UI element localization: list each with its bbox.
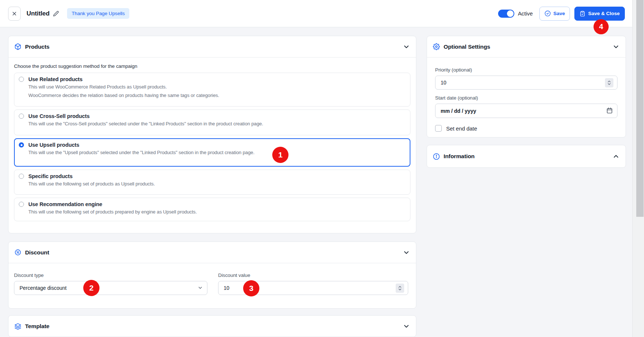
discount-value-label: Discount value	[218, 272, 408, 278]
option-use-cross-sell-products[interactable]: Use Cross-Sell products This will use th…	[14, 110, 410, 135]
information-header[interactable]: Information	[427, 145, 626, 167]
template-section: Template	[8, 315, 416, 337]
calendar-icon[interactable]	[606, 107, 613, 114]
save-and-close-label: Save & Close	[588, 11, 620, 16]
edit-title-icon[interactable]	[53, 11, 59, 17]
optional-settings-title: Optional Settings	[444, 44, 609, 50]
set-end-date-label: Set end date	[446, 125, 477, 132]
package-icon	[14, 43, 21, 50]
discount-type-select[interactable]: Percentage discount	[14, 281, 207, 295]
template-section-header[interactable]: Template	[8, 316, 416, 337]
discount-type-label: Discount type	[14, 272, 207, 278]
radio-unselected[interactable]	[19, 202, 24, 207]
optional-settings-section: Optional Settings Priority (optional) St…	[427, 36, 626, 138]
option-description: This will use the following set of produ…	[28, 208, 405, 216]
option-label: Specific products	[28, 173, 73, 179]
vertical-scrollbar-thumb[interactable]	[636, 0, 644, 217]
save-button[interactable]: Save	[539, 7, 570, 21]
vertical-scrollbar-track[interactable]	[632, 0, 644, 337]
save-and-close-button[interactable]: Save & Close	[574, 7, 625, 21]
close-button[interactable]	[8, 7, 21, 21]
option-description: This will use WooCommerce Related Produc…	[28, 83, 405, 91]
info-icon	[433, 153, 440, 160]
layers-icon	[14, 323, 21, 330]
priority-input[interactable]	[435, 76, 617, 90]
option-description: WooCommerce decides the relation based o…	[28, 92, 405, 99]
discount-badge-icon	[14, 249, 21, 256]
option-use-upsell-products[interactable]: Use Upsell products This will use the "U…	[14, 138, 410, 167]
option-specific-products[interactable]: Specific products This will use the foll…	[14, 170, 410, 195]
product-method-prompt: Choose the product suggestion method for…	[14, 63, 410, 69]
products-section-header[interactable]: Products	[8, 36, 416, 58]
priority-label: Priority (optional)	[435, 67, 617, 73]
number-stepper[interactable]	[605, 78, 613, 87]
radio-selected[interactable]	[19, 142, 24, 147]
start-date-label: Start date (optional)	[435, 95, 617, 101]
annotation-badge-4: 4	[594, 19, 609, 34]
chevron-up-icon[interactable]	[612, 153, 620, 160]
products-section: Products Choose the product suggestion m…	[8, 36, 416, 233]
chevron-down-icon[interactable]	[403, 43, 410, 51]
optional-settings-header[interactable]: Optional Settings	[427, 36, 626, 58]
number-stepper[interactable]	[396, 284, 404, 293]
products-section-title: Products	[25, 44, 399, 50]
discount-section-header[interactable]: Discount	[8, 242, 416, 263]
option-description: This will use the "Cross-Sell products" …	[28, 120, 405, 128]
option-label: Use Recommendation engine	[28, 201, 102, 207]
clipboard-check-icon	[580, 11, 585, 17]
set-end-date-checkbox[interactable]	[435, 125, 442, 132]
annotation-badge-3: 3	[243, 280, 259, 296]
close-icon	[11, 11, 17, 17]
information-section: Information	[427, 145, 626, 168]
campaign-type-badge: Thank you Page Upsells	[67, 8, 129, 19]
option-label: Use Related products	[28, 76, 83, 82]
option-label: Use Cross-Sell products	[28, 113, 90, 119]
option-description: This will use the following set of produ…	[28, 180, 405, 188]
template-section-title: Template	[25, 323, 399, 330]
save-button-label: Save	[553, 11, 565, 16]
discount-section: Discount Discount type Percentage discou…	[8, 242, 416, 309]
chevron-down-icon[interactable]	[612, 43, 620, 51]
discount-section-title: Discount	[25, 249, 399, 256]
information-title: Information	[444, 153, 609, 160]
radio-unselected[interactable]	[19, 114, 24, 119]
check-circle-icon	[545, 10, 551, 17]
gear-icon	[433, 43, 440, 50]
option-description: This will use the "Upsell products" sele…	[28, 149, 405, 156]
radio-unselected[interactable]	[19, 77, 24, 82]
active-toggle[interactable]	[498, 10, 514, 18]
option-use-related-products[interactable]: Use Related products This will use WooCo…	[14, 73, 410, 107]
start-date-input[interactable]	[435, 104, 617, 118]
page-title: Untitled	[27, 10, 49, 17]
option-label: Use Upsell products	[28, 142, 79, 148]
annotation-badge-2: 2	[83, 280, 99, 296]
top-bar: Untitled Thank you Page Upsells Active S…	[0, 0, 644, 27]
radio-unselected[interactable]	[19, 174, 24, 179]
chevron-down-icon[interactable]	[403, 323, 410, 330]
option-use-recommendation-engine[interactable]: Use Recommendation engine This will use …	[14, 198, 410, 221]
chevron-down-icon[interactable]	[403, 249, 410, 256]
active-toggle-label: Active	[518, 10, 533, 17]
annotation-badge-1: 1	[272, 147, 288, 163]
